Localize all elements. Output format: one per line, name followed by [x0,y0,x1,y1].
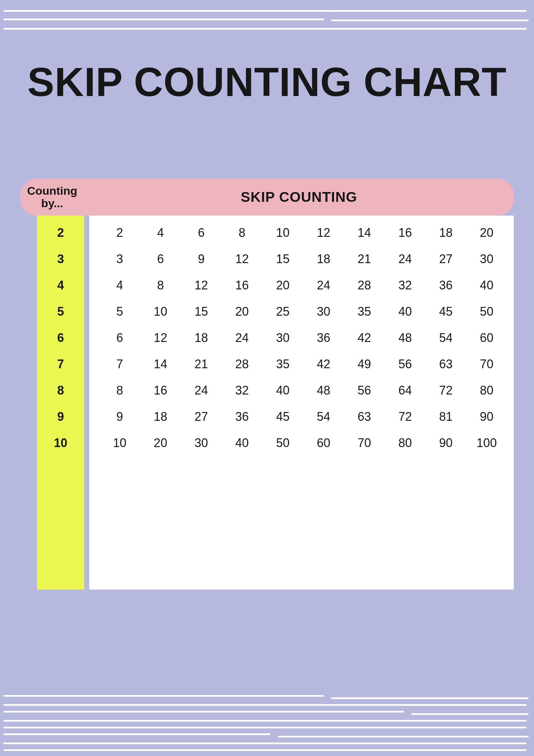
value-cell: 40 [385,305,426,319]
value-cell: 40 [466,278,507,292]
value-cell: 20 [222,305,262,319]
value-cell: 35 [344,305,385,319]
table-row: 6121824303642485460 [99,325,507,351]
table-row: 7142128354249566370 [99,351,507,377]
value-cell: 64 [385,383,426,398]
value-cell: 54 [303,410,344,424]
value-cell: 15 [262,252,303,266]
value-cell: 21 [344,252,385,266]
value-cell: 36 [222,410,262,424]
value-cell: 9 [99,410,140,424]
value-cell: 10 [140,305,181,319]
value-cell: 63 [344,410,385,424]
value-cell: 8 [222,226,262,240]
counting-by-cell: 4 [37,272,84,298]
value-cell: 24 [222,331,262,345]
value-cell: 10 [262,226,303,240]
value-cell: 48 [303,383,344,398]
table-row: 9182736455463728190 [99,404,507,430]
value-cell: 25 [262,305,303,319]
header-skip-counting: SKIP COUNTING [84,179,514,216]
value-cell: 32 [385,278,426,292]
value-cell: 72 [426,383,466,398]
value-cell: 16 [222,278,262,292]
value-cell: 18 [140,410,181,424]
value-cell: 70 [466,357,507,371]
value-cell: 8 [140,278,181,292]
value-cell: 21 [181,357,222,371]
value-cell: 36 [303,331,344,345]
value-cell: 30 [181,436,222,450]
counting-by-cell: 8 [37,377,84,404]
value-cell: 80 [466,383,507,398]
value-cell: 45 [426,305,466,319]
value-cell: 100 [466,436,507,450]
value-cell: 4 [140,226,181,240]
value-cell: 15 [181,305,222,319]
counting-by-cell: 10 [37,430,84,456]
value-cell: 18 [181,331,222,345]
value-cell: 10 [99,436,140,450]
counting-by-column: 2345678910 [37,216,84,590]
value-cell: 36 [426,278,466,292]
value-cell: 48 [385,331,426,345]
skip-counting-chart: Counting by... SKIP COUNTING 2345678910 … [20,179,514,590]
value-cell: 5 [99,305,140,319]
value-cell: 12 [303,226,344,240]
value-cell: 49 [344,357,385,371]
value-cell: 3 [99,252,140,266]
header-counting-by: Counting by... [20,179,84,216]
counting-by-cell: 5 [37,298,84,325]
value-cell: 24 [385,252,426,266]
value-cell: 18 [426,226,466,240]
value-cell: 56 [344,383,385,398]
value-cell: 18 [303,252,344,266]
counting-by-cell: 9 [37,404,84,430]
values-column: 2468101214161820369121518212427304812162… [89,216,514,590]
value-cell: 27 [426,252,466,266]
counting-by-cell: 7 [37,351,84,377]
value-cell: 70 [344,436,385,450]
table-row: 36912151821242730 [99,246,507,272]
value-cell: 12 [181,278,222,292]
table-row: 8162432404856647280 [99,377,507,404]
value-cell: 6 [140,252,181,266]
counting-by-cell: 2 [37,220,84,246]
decorative-lines-top [0,0,534,30]
value-cell: 63 [426,357,466,371]
value-cell: 60 [303,436,344,450]
value-cell: 30 [466,252,507,266]
value-cell: 24 [303,278,344,292]
decorative-lines-bottom [0,690,534,756]
value-cell: 16 [385,226,426,240]
value-cell: 60 [466,331,507,345]
value-cell: 80 [385,436,426,450]
value-cell: 45 [262,410,303,424]
value-cell: 14 [140,357,181,371]
value-cell: 20 [466,226,507,240]
value-cell: 7 [99,357,140,371]
table-row: 2468101214161820 [99,220,507,246]
table-row: 481216202428323640 [99,272,507,298]
value-cell: 54 [426,331,466,345]
table-body: 2345678910 24681012141618203691215182124… [20,216,514,590]
value-cell: 35 [262,357,303,371]
value-cell: 90 [466,410,507,424]
value-cell: 81 [426,410,466,424]
value-cell: 12 [140,331,181,345]
value-cell: 27 [181,410,222,424]
value-cell: 20 [140,436,181,450]
value-cell: 30 [262,331,303,345]
value-cell: 12 [222,252,262,266]
value-cell: 28 [222,357,262,371]
value-cell: 30 [303,305,344,319]
value-cell: 72 [385,410,426,424]
value-cell: 16 [140,383,181,398]
value-cell: 24 [181,383,222,398]
value-cell: 42 [344,331,385,345]
value-cell: 4 [99,278,140,292]
table-header: Counting by... SKIP COUNTING [20,179,514,216]
value-cell: 40 [222,436,262,450]
value-cell: 28 [344,278,385,292]
value-cell: 6 [99,331,140,345]
